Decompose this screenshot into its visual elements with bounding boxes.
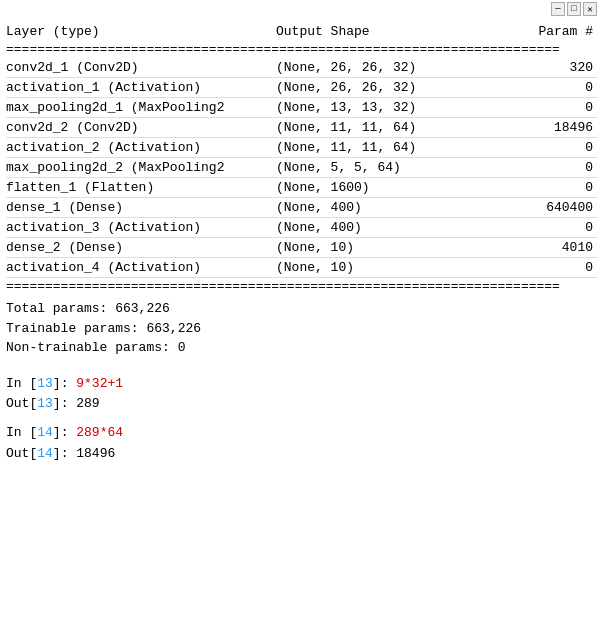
layer-name: conv2d_1 (Conv2D) bbox=[6, 60, 276, 75]
repl-in-label: In [ bbox=[6, 423, 37, 444]
model-params-summary: Total params: 663,226 Trainable params: … bbox=[0, 295, 603, 368]
table-row: flatten_1 (Flatten) (None, 1600) 0 bbox=[6, 178, 597, 198]
param-count: 0 bbox=[466, 80, 597, 95]
table-row: activation_2 (Activation) (None, 11, 11,… bbox=[6, 138, 597, 158]
output-shape: (None, 11, 11, 64) bbox=[276, 120, 466, 135]
param-count: 640400 bbox=[466, 200, 597, 215]
output-shape: (None, 10) bbox=[276, 260, 466, 275]
param-count: 18496 bbox=[466, 120, 597, 135]
layer-name: conv2d_2 (Conv2D) bbox=[6, 120, 276, 135]
table-row: activation_1 (Activation) (None, 26, 26,… bbox=[6, 78, 597, 98]
minimize-button[interactable]: ─ bbox=[551, 2, 565, 16]
output-shape: (None, 400) bbox=[276, 200, 466, 215]
output-shape: (None, 5, 5, 64) bbox=[276, 160, 466, 175]
separator-bottom: ========================================… bbox=[6, 278, 597, 295]
separator-top: ========================================… bbox=[6, 41, 597, 58]
repl-code: 289*64 bbox=[76, 423, 123, 444]
repl-out-line-1: Out[13]: 289 bbox=[6, 394, 597, 415]
repl-out-number: 14 bbox=[37, 444, 53, 465]
layer-name: activation_2 (Activation) bbox=[6, 140, 276, 155]
param-count: 0 bbox=[466, 140, 597, 155]
table-row: max_pooling2d_2 (MaxPooling2 (None, 5, 5… bbox=[6, 158, 597, 178]
col-header-param: Param # bbox=[466, 24, 597, 39]
repl-out-close: ]: bbox=[53, 394, 69, 415]
repl-in-label: In [ bbox=[6, 374, 37, 395]
param-count: 320 bbox=[466, 60, 597, 75]
repl-out-number: 13 bbox=[37, 394, 53, 415]
param-count: 0 bbox=[466, 180, 597, 195]
total-params: Total params: 663,226 bbox=[6, 299, 597, 319]
table-row: activation_4 (Activation) (None, 10) 0 bbox=[6, 258, 597, 278]
repl-in-close: ]: bbox=[53, 423, 69, 444]
repl-result: 18496 bbox=[76, 444, 115, 465]
table-row: dense_2 (Dense) (None, 10) 4010 bbox=[6, 238, 597, 258]
repl-result: 289 bbox=[76, 394, 99, 415]
repl-out-line-2: Out[14]: 18496 bbox=[6, 444, 597, 465]
table-header: Layer (type) Output Shape Param # bbox=[6, 22, 597, 41]
top-bar: ─ □ ✕ bbox=[0, 0, 603, 18]
table-row: dense_1 (Dense) (None, 400) 640400 bbox=[6, 198, 597, 218]
output-shape: (None, 400) bbox=[276, 220, 466, 235]
param-count: 0 bbox=[466, 260, 597, 275]
repl-output: In [13]: 9*32+1Out[13]: 289In [14]: 289*… bbox=[0, 368, 603, 469]
repl-in-line-1: In [13]: 9*32+1 bbox=[6, 374, 597, 395]
repl-in-close: ]: bbox=[53, 374, 69, 395]
layer-name: activation_3 (Activation) bbox=[6, 220, 276, 235]
param-count: 0 bbox=[466, 100, 597, 115]
maximize-button[interactable]: □ bbox=[567, 2, 581, 16]
table-row: conv2d_1 (Conv2D) (None, 26, 26, 32) 320 bbox=[6, 58, 597, 78]
repl-in-line-2: In [14]: 289*64 bbox=[6, 423, 597, 444]
table-body: conv2d_1 (Conv2D) (None, 26, 26, 32) 320… bbox=[6, 58, 597, 278]
output-shape: (None, 1600) bbox=[276, 180, 466, 195]
param-count: 0 bbox=[466, 160, 597, 175]
layer-name: activation_4 (Activation) bbox=[6, 260, 276, 275]
table-row: conv2d_2 (Conv2D) (None, 11, 11, 64) 184… bbox=[6, 118, 597, 138]
repl-out-label: Out[ bbox=[6, 444, 37, 465]
repl-code: 9*32+1 bbox=[76, 374, 123, 395]
col-header-shape: Output Shape bbox=[276, 24, 466, 39]
table-row: max_pooling2d_1 (MaxPooling2 (None, 13, … bbox=[6, 98, 597, 118]
output-shape: (None, 26, 26, 32) bbox=[276, 60, 466, 75]
repl-in-number: 14 bbox=[37, 423, 53, 444]
repl-out-close: ]: bbox=[53, 444, 69, 465]
output-shape: (None, 10) bbox=[276, 240, 466, 255]
model-summary-table: Layer (type) Output Shape Param # ======… bbox=[0, 18, 603, 295]
layer-name: max_pooling2d_1 (MaxPooling2 bbox=[6, 100, 276, 115]
layer-name: dense_2 (Dense) bbox=[6, 240, 276, 255]
layer-name: flatten_1 (Flatten) bbox=[6, 180, 276, 195]
output-shape: (None, 11, 11, 64) bbox=[276, 140, 466, 155]
output-shape: (None, 26, 26, 32) bbox=[276, 80, 466, 95]
param-count: 4010 bbox=[466, 240, 597, 255]
layer-name: dense_1 (Dense) bbox=[6, 200, 276, 215]
table-row: activation_3 (Activation) (None, 400) 0 bbox=[6, 218, 597, 238]
param-count: 0 bbox=[466, 220, 597, 235]
repl-in-number: 13 bbox=[37, 374, 53, 395]
repl-out-label: Out[ bbox=[6, 394, 37, 415]
layer-name: max_pooling2d_2 (MaxPooling2 bbox=[6, 160, 276, 175]
output-shape: (None, 13, 13, 32) bbox=[276, 100, 466, 115]
close-button[interactable]: ✕ bbox=[583, 2, 597, 16]
nontrainable-params: Non-trainable params: 0 bbox=[6, 338, 597, 358]
col-header-layer: Layer (type) bbox=[6, 24, 276, 39]
trainable-params: Trainable params: 663,226 bbox=[6, 319, 597, 339]
layer-name: activation_1 (Activation) bbox=[6, 80, 276, 95]
